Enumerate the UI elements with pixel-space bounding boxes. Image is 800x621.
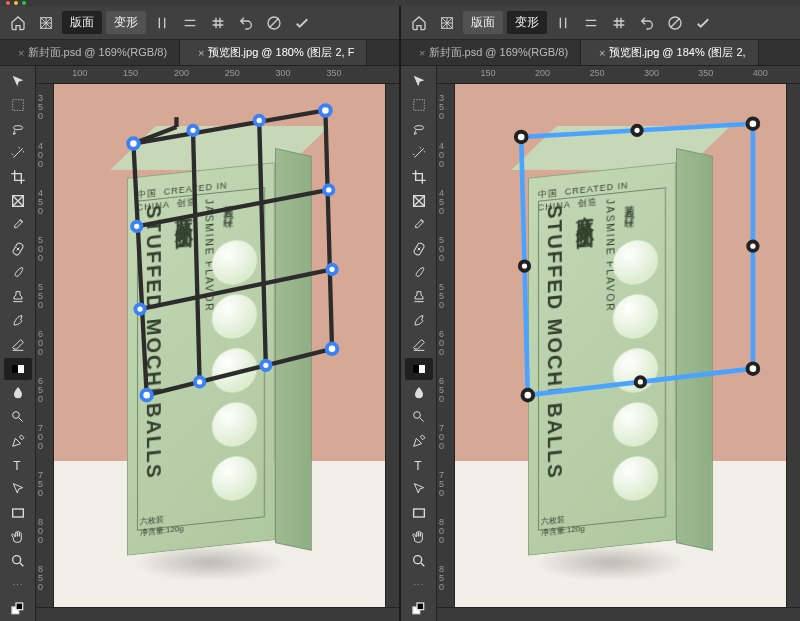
canvas[interactable]: 中国 CREATED IN CHINA 创造 STUFFED MOCHI BAL… [54, 84, 385, 607]
blur-tool-icon[interactable] [405, 382, 433, 404]
ruler-tick: 650 [439, 377, 444, 404]
mode-warp-button[interactable]: 变形 [106, 11, 146, 34]
move-tool-icon[interactable] [405, 70, 433, 92]
hand-tool-icon[interactable] [405, 526, 433, 548]
marquee-tool-icon[interactable] [4, 94, 32, 116]
mesh-icon[interactable] [34, 11, 58, 35]
eraser-tool-icon[interactable] [405, 334, 433, 356]
dodge-tool-icon[interactable] [4, 406, 32, 428]
eraser-tool-icon[interactable] [4, 334, 32, 356]
tab-doc2[interactable]: × 预览图.jpg @ 180% (图层 2, F [180, 40, 367, 65]
brush-tool-icon[interactable] [405, 262, 433, 284]
gradient-tool-icon[interactable] [405, 358, 433, 380]
edit-toolbar-icon[interactable]: ⋯ [4, 574, 32, 596]
split-h-icon[interactable] [579, 11, 603, 35]
history-brush-icon[interactable] [405, 310, 433, 332]
split-h-icon[interactable] [178, 11, 202, 35]
max-dot[interactable] [22, 1, 26, 5]
undo-icon[interactable] [234, 11, 258, 35]
move-tool-icon[interactable] [4, 70, 32, 92]
scrollbar-vertical[interactable] [786, 84, 800, 607]
stamp-tool-icon[interactable] [4, 286, 32, 308]
commit-icon[interactable] [290, 11, 314, 35]
wand-tool-icon[interactable] [405, 142, 433, 164]
mesh-icon[interactable] [435, 11, 459, 35]
ruler-tick: 200 [174, 68, 189, 78]
eyedropper-tool-icon[interactable] [405, 214, 433, 236]
frame-tool-icon[interactable] [4, 190, 32, 212]
heal-tool-icon[interactable] [405, 238, 433, 260]
ruler-tick: 450 [439, 189, 444, 216]
wand-tool-icon[interactable] [4, 142, 32, 164]
rectangle-tool-icon[interactable] [4, 502, 32, 524]
product-box[interactable]: 中国 CREATED IN CHINA 创造 STUFFED MOCHI BAL… [127, 126, 332, 565]
tools-panel: T ⋯ [401, 66, 437, 621]
tab-label: 预览图.jpg @ 184% (图层 2, [609, 45, 746, 60]
brush-tool-icon[interactable] [4, 262, 32, 284]
dodge-tool-icon[interactable] [405, 406, 433, 428]
scrollbar-horizontal[interactable] [437, 607, 800, 621]
mode-layout-button[interactable]: 版面 [463, 11, 503, 34]
lasso-tool-icon[interactable] [405, 118, 433, 140]
product-box[interactable]: 中国 CREATED IN CHINA 创造 STUFFED MOCHI BAL… [528, 126, 733, 565]
rectangle-tool-icon[interactable] [405, 502, 433, 524]
close-icon[interactable]: × [599, 47, 605, 59]
edit-toolbar-icon[interactable]: ⋯ [405, 574, 433, 596]
scrollbar-vertical[interactable] [385, 84, 399, 607]
tab-doc2[interactable]: × 预览图.jpg @ 184% (图层 2, [581, 40, 759, 65]
swap-colors-icon[interactable] [405, 598, 433, 620]
split-v-icon[interactable] [150, 11, 174, 35]
scrollbar-horizontal[interactable] [36, 607, 399, 621]
type-tool-icon[interactable]: T [405, 454, 433, 476]
close-icon[interactable]: × [18, 47, 24, 59]
swap-colors-icon[interactable] [4, 598, 32, 620]
eyedropper-tool-icon[interactable] [4, 214, 32, 236]
box-side [676, 148, 713, 551]
undo-icon[interactable] [635, 11, 659, 35]
ruler-tick: 750 [38, 471, 43, 498]
cancel-icon[interactable] [663, 11, 687, 35]
title-cn: 麻薯 小团圆 [172, 201, 196, 521]
type-tool-icon[interactable]: T [4, 454, 32, 476]
box-footer: 六枚装净含量:120g [540, 511, 584, 538]
mode-warp-button[interactable]: 变形 [507, 11, 547, 34]
crop-tool-icon[interactable] [405, 166, 433, 188]
frame-tool-icon[interactable] [405, 190, 433, 212]
close-icon[interactable]: × [198, 47, 204, 59]
zoom-tool-icon[interactable] [405, 550, 433, 572]
ruler-tick: 600 [38, 330, 43, 357]
lasso-tool-icon[interactable] [4, 118, 32, 140]
history-brush-icon[interactable] [4, 310, 32, 332]
gradient-tool-icon[interactable] [4, 358, 32, 380]
path-select-icon[interactable] [4, 478, 32, 500]
mode-layout-button[interactable]: 版面 [62, 11, 102, 34]
heal-tool-icon[interactable] [4, 238, 32, 260]
cancel-icon[interactable] [262, 11, 286, 35]
options-bar: 版面 变形 [401, 6, 800, 40]
stamp-tool-icon[interactable] [405, 286, 433, 308]
ruler-tick: 150 [481, 68, 496, 78]
pen-tool-icon[interactable] [405, 430, 433, 452]
grid-icon[interactable] [607, 11, 631, 35]
tab-doc1[interactable]: × 新封面.psd @ 169%(RGB/8) [401, 40, 581, 65]
box-front: 中国 CREATED IN CHINA 创造 STUFFED MOCHI BAL… [127, 162, 275, 555]
split-v-icon[interactable] [551, 11, 575, 35]
mochi-art [608, 232, 663, 508]
blur-tool-icon[interactable] [4, 382, 32, 404]
home-icon[interactable] [6, 11, 30, 35]
hand-tool-icon[interactable] [4, 526, 32, 548]
close-icon[interactable]: × [419, 47, 425, 59]
canvas[interactable]: 中国 CREATED IN CHINA 创造 STUFFED MOCHI BAL… [455, 84, 786, 607]
min-dot[interactable] [14, 1, 18, 5]
crop-tool-icon[interactable] [4, 166, 32, 188]
marquee-tool-icon[interactable] [405, 94, 433, 116]
grid-icon[interactable] [206, 11, 230, 35]
zoom-tool-icon[interactable] [4, 550, 32, 572]
commit-icon[interactable] [691, 11, 715, 35]
path-select-icon[interactable] [405, 478, 433, 500]
svg-rect-12 [16, 603, 23, 610]
pen-tool-icon[interactable] [4, 430, 32, 452]
close-dot[interactable] [6, 1, 10, 5]
home-icon[interactable] [407, 11, 431, 35]
tab-doc1[interactable]: × 新封面.psd @ 169%(RGB/8) [0, 40, 180, 65]
